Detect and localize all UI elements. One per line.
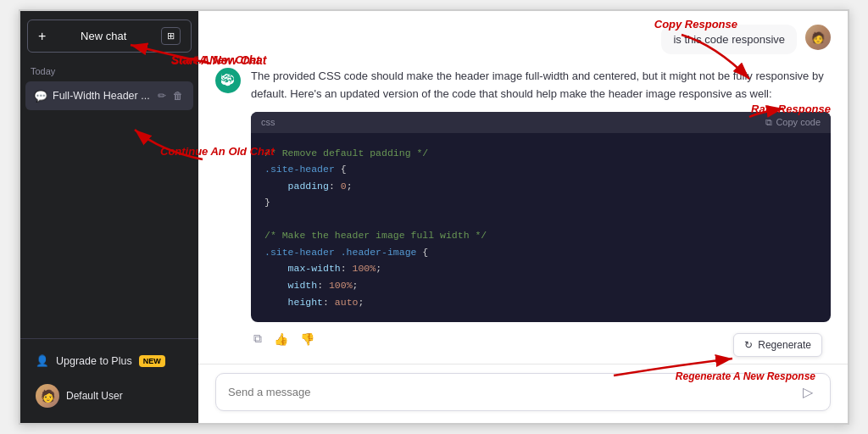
user-icon: 👤 [36, 354, 49, 367]
user-message-text: is this code responsive [673, 33, 785, 46]
gpt-icon [215, 68, 241, 93]
sidebar-footer: 👤 Upgrade to Plus NEW 🧑 Default User [20, 338, 198, 423]
thumbs-down-button[interactable]: 👎 [298, 329, 317, 348]
message-input[interactable] [228, 386, 791, 398]
new-window-icon[interactable]: ⊞ [161, 27, 181, 45]
copy-code-button[interactable]: ⧉ Copy code [765, 117, 821, 128]
section-today: Today [20, 61, 198, 80]
plus-icon: + [38, 29, 46, 44]
assistant-content: The provided CSS code should make the he… [251, 68, 831, 348]
code-line: /* Remove default padding */ [264, 145, 817, 162]
avatar-image: 🧑 [36, 384, 59, 408]
upgrade-button[interactable]: 👤 Upgrade to Plus NEW [27, 348, 192, 374]
delete-chat-button[interactable]: 🗑 [171, 88, 185, 103]
assistant-text: The provided CSS code should make the he… [251, 68, 831, 103]
chat-item-actions: ✏ 🗑 [156, 88, 185, 103]
new-chat-label: New chat [53, 30, 154, 42]
code-line: width: 100%; [264, 277, 817, 294]
chat-item-label: Full-Width Header ... [53, 90, 151, 102]
code-line: padding: 0; [264, 178, 817, 195]
main-content: is this code responsive 🧑 The provided C… [198, 11, 848, 423]
user-avatar-image: 🧑 [805, 25, 831, 50]
code-line: max-width: 100%; [264, 260, 817, 277]
sidebar: + New chat ⊞ Today 💬 Full-Width Header .… [20, 11, 198, 423]
avatar: 🧑 [36, 384, 59, 408]
assistant-message: The provided CSS code should make the he… [215, 68, 831, 348]
code-line: .site-header .header-image { [264, 244, 817, 261]
code-line: } [264, 194, 817, 211]
input-wrapper: ▷ [215, 373, 831, 411]
send-button[interactable]: ▷ [798, 382, 818, 402]
copy-response-button[interactable]: ⧉ [251, 329, 264, 348]
user-message: is this code responsive 🧑 [215, 25, 831, 54]
chat-icon: 💬 [34, 90, 47, 103]
code-line [264, 211, 817, 228]
upgrade-label: Upgrade to Plus [56, 355, 132, 367]
thumbs-up-button[interactable]: 👍 [271, 329, 291, 348]
regenerate-icon: ↻ [744, 339, 753, 351]
new-chat-button[interactable]: + New chat ⊞ [27, 19, 192, 53]
code-content: /* Remove default padding */ .site-heade… [251, 133, 831, 322]
code-line: height: auto; [264, 294, 817, 311]
openai-logo [221, 74, 235, 87]
new-badge: NEW [139, 355, 165, 367]
code-lang-label: css [261, 117, 275, 127]
regenerate-button[interactable]: ↻ Regenerate [733, 333, 822, 357]
user-profile[interactable]: 🧑 Default User [27, 377, 192, 415]
edit-chat-button[interactable]: ✏ [156, 88, 168, 103]
user-bubble: is this code responsive [661, 25, 797, 54]
user-avatar: 🧑 [805, 25, 831, 50]
code-line: .site-header { [264, 161, 817, 178]
code-block-header: css ⧉ Copy code [251, 112, 831, 133]
code-line: /* Make the header image full width */ [264, 227, 817, 244]
code-block: css ⧉ Copy code /* Remove default paddin… [251, 112, 831, 322]
copy-code-label: Copy code [776, 117, 821, 127]
user-name: Default User [66, 390, 123, 402]
chat-messages: is this code responsive 🧑 The provided C… [198, 11, 848, 364]
chat-list-item[interactable]: 💬 Full-Width Header ... ✏ 🗑 [25, 81, 193, 110]
regenerate-label: Regenerate [758, 339, 811, 351]
copy-icon: ⧉ [765, 117, 772, 128]
chat-input-area: ▷ [198, 364, 848, 423]
